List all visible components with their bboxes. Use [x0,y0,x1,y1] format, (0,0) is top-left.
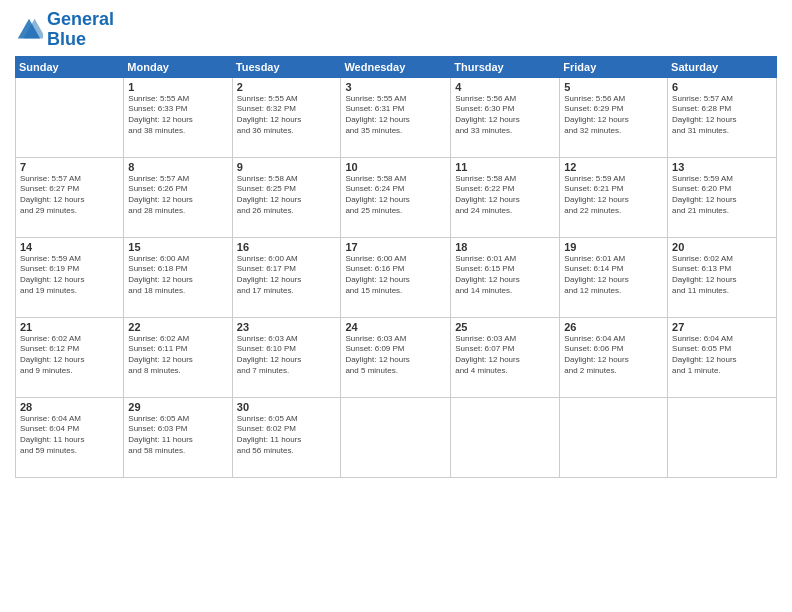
calendar-cell: 18Sunrise: 6:01 AM Sunset: 6:15 PM Dayli… [451,237,560,317]
day-info: Sunrise: 5:57 AM Sunset: 6:27 PM Dayligh… [20,174,119,217]
calendar-cell: 11Sunrise: 5:58 AM Sunset: 6:22 PM Dayli… [451,157,560,237]
day-info: Sunrise: 6:00 AM Sunset: 6:16 PM Dayligh… [345,254,446,297]
day-info: Sunrise: 6:04 AM Sunset: 6:04 PM Dayligh… [20,414,119,457]
calendar-cell: 20Sunrise: 6:02 AM Sunset: 6:13 PM Dayli… [668,237,777,317]
day-number: 18 [455,241,555,253]
day-info: Sunrise: 5:55 AM Sunset: 6:33 PM Dayligh… [128,94,227,137]
day-info: Sunrise: 5:59 AM Sunset: 6:21 PM Dayligh… [564,174,663,217]
day-number: 4 [455,81,555,93]
header: General Blue [15,10,777,50]
day-info: Sunrise: 6:05 AM Sunset: 6:03 PM Dayligh… [128,414,227,457]
calendar-week-row: 1Sunrise: 5:55 AM Sunset: 6:33 PM Daylig… [16,77,777,157]
day-number: 2 [237,81,337,93]
calendar-cell: 26Sunrise: 6:04 AM Sunset: 6:06 PM Dayli… [560,317,668,397]
calendar-cell: 8Sunrise: 5:57 AM Sunset: 6:26 PM Daylig… [124,157,232,237]
calendar-cell: 12Sunrise: 5:59 AM Sunset: 6:21 PM Dayli… [560,157,668,237]
calendar-cell: 16Sunrise: 6:00 AM Sunset: 6:17 PM Dayli… [232,237,341,317]
weekday-row: SundayMondayTuesdayWednesdayThursdayFrid… [16,56,777,77]
weekday-header: Sunday [16,56,124,77]
day-info: Sunrise: 6:03 AM Sunset: 6:10 PM Dayligh… [237,334,337,377]
weekday-header: Friday [560,56,668,77]
day-info: Sunrise: 6:02 AM Sunset: 6:11 PM Dayligh… [128,334,227,377]
day-number: 26 [564,321,663,333]
day-number: 20 [672,241,772,253]
calendar-cell: 4Sunrise: 5:56 AM Sunset: 6:30 PM Daylig… [451,77,560,157]
calendar-cell: 24Sunrise: 6:03 AM Sunset: 6:09 PM Dayli… [341,317,451,397]
calendar-cell: 23Sunrise: 6:03 AM Sunset: 6:10 PM Dayli… [232,317,341,397]
calendar-cell: 1Sunrise: 5:55 AM Sunset: 6:33 PM Daylig… [124,77,232,157]
day-number: 12 [564,161,663,173]
day-number: 8 [128,161,227,173]
calendar-cell: 2Sunrise: 5:55 AM Sunset: 6:32 PM Daylig… [232,77,341,157]
day-info: Sunrise: 6:01 AM Sunset: 6:15 PM Dayligh… [455,254,555,297]
weekday-header: Tuesday [232,56,341,77]
calendar-cell: 29Sunrise: 6:05 AM Sunset: 6:03 PM Dayli… [124,397,232,477]
calendar-cell [341,397,451,477]
weekday-header: Thursday [451,56,560,77]
day-number: 30 [237,401,337,413]
day-number: 15 [128,241,227,253]
day-info: Sunrise: 6:00 AM Sunset: 6:17 PM Dayligh… [237,254,337,297]
calendar-week-row: 28Sunrise: 6:04 AM Sunset: 6:04 PM Dayli… [16,397,777,477]
day-info: Sunrise: 5:59 AM Sunset: 6:19 PM Dayligh… [20,254,119,297]
calendar-cell: 13Sunrise: 5:59 AM Sunset: 6:20 PM Dayli… [668,157,777,237]
calendar-cell: 5Sunrise: 5:56 AM Sunset: 6:29 PM Daylig… [560,77,668,157]
day-number: 29 [128,401,227,413]
calendar-cell: 17Sunrise: 6:00 AM Sunset: 6:16 PM Dayli… [341,237,451,317]
logo-text: General Blue [47,10,114,50]
calendar-cell: 15Sunrise: 6:00 AM Sunset: 6:18 PM Dayli… [124,237,232,317]
day-info: Sunrise: 6:04 AM Sunset: 6:06 PM Dayligh… [564,334,663,377]
weekday-header: Monday [124,56,232,77]
day-info: Sunrise: 5:58 AM Sunset: 6:22 PM Dayligh… [455,174,555,217]
day-number: 21 [20,321,119,333]
day-info: Sunrise: 6:05 AM Sunset: 6:02 PM Dayligh… [237,414,337,457]
day-number: 3 [345,81,446,93]
day-number: 24 [345,321,446,333]
day-number: 14 [20,241,119,253]
day-info: Sunrise: 5:56 AM Sunset: 6:29 PM Dayligh… [564,94,663,137]
calendar-cell [560,397,668,477]
calendar-table: SundayMondayTuesdayWednesdayThursdayFrid… [15,56,777,478]
day-number: 16 [237,241,337,253]
calendar-header: SundayMondayTuesdayWednesdayThursdayFrid… [16,56,777,77]
weekday-header: Wednesday [341,56,451,77]
day-number: 13 [672,161,772,173]
logo-icon [15,16,43,44]
weekday-header: Saturday [668,56,777,77]
day-number: 9 [237,161,337,173]
day-number: 19 [564,241,663,253]
calendar-cell: 22Sunrise: 6:02 AM Sunset: 6:11 PM Dayli… [124,317,232,397]
day-number: 23 [237,321,337,333]
day-info: Sunrise: 5:58 AM Sunset: 6:24 PM Dayligh… [345,174,446,217]
calendar-cell: 30Sunrise: 6:05 AM Sunset: 6:02 PM Dayli… [232,397,341,477]
day-info: Sunrise: 5:59 AM Sunset: 6:20 PM Dayligh… [672,174,772,217]
calendar-cell: 9Sunrise: 5:58 AM Sunset: 6:25 PM Daylig… [232,157,341,237]
calendar-cell: 27Sunrise: 6:04 AM Sunset: 6:05 PM Dayli… [668,317,777,397]
calendar-cell: 28Sunrise: 6:04 AM Sunset: 6:04 PM Dayli… [16,397,124,477]
day-number: 25 [455,321,555,333]
calendar-cell [668,397,777,477]
calendar-cell [451,397,560,477]
day-number: 28 [20,401,119,413]
day-info: Sunrise: 6:00 AM Sunset: 6:18 PM Dayligh… [128,254,227,297]
day-number: 27 [672,321,772,333]
day-info: Sunrise: 6:03 AM Sunset: 6:07 PM Dayligh… [455,334,555,377]
calendar-cell [16,77,124,157]
day-info: Sunrise: 5:57 AM Sunset: 6:26 PM Dayligh… [128,174,227,217]
calendar-cell: 10Sunrise: 5:58 AM Sunset: 6:24 PM Dayli… [341,157,451,237]
calendar-cell: 14Sunrise: 5:59 AM Sunset: 6:19 PM Dayli… [16,237,124,317]
day-number: 7 [20,161,119,173]
calendar-cell: 19Sunrise: 6:01 AM Sunset: 6:14 PM Dayli… [560,237,668,317]
calendar-cell: 21Sunrise: 6:02 AM Sunset: 6:12 PM Dayli… [16,317,124,397]
day-info: Sunrise: 6:02 AM Sunset: 6:12 PM Dayligh… [20,334,119,377]
day-info: Sunrise: 5:58 AM Sunset: 6:25 PM Dayligh… [237,174,337,217]
calendar-body: 1Sunrise: 5:55 AM Sunset: 6:33 PM Daylig… [16,77,777,477]
calendar-week-row: 14Sunrise: 5:59 AM Sunset: 6:19 PM Dayli… [16,237,777,317]
day-number: 10 [345,161,446,173]
calendar-page: General Blue SundayMondayTuesdayWednesda… [0,0,792,612]
day-number: 1 [128,81,227,93]
calendar-week-row: 7Sunrise: 5:57 AM Sunset: 6:27 PM Daylig… [16,157,777,237]
calendar-cell: 7Sunrise: 5:57 AM Sunset: 6:27 PM Daylig… [16,157,124,237]
calendar-cell: 25Sunrise: 6:03 AM Sunset: 6:07 PM Dayli… [451,317,560,397]
day-info: Sunrise: 6:02 AM Sunset: 6:13 PM Dayligh… [672,254,772,297]
